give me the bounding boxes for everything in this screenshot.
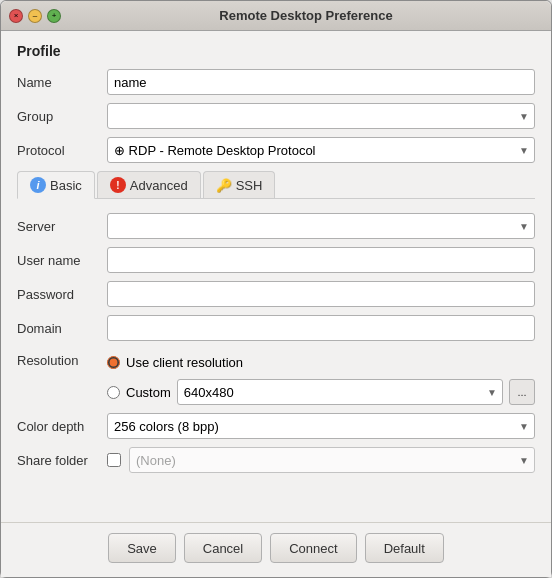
footer: Save Cancel Connect Default (1, 522, 551, 577)
color-depth-control: 256 colors (8 bpp) High color (15 bpp) H… (107, 413, 535, 439)
basic-tab-icon: i (30, 177, 46, 193)
share-folder-label: Share folder (17, 453, 107, 468)
share-folder-select[interactable]: (None) (129, 447, 535, 473)
tab-basic-label: Basic (50, 178, 82, 193)
resolution-custom-radio[interactable] (107, 386, 120, 399)
tab-ssh-label: SSH (236, 178, 263, 193)
tab-ssh[interactable]: 🔑 SSH (203, 171, 276, 198)
resolution-custom-select-wrapper: 640x480 800x600 1024x768 1280x720 1920x1… (177, 379, 503, 405)
group-control: ▼ (107, 103, 535, 129)
resolution-client-radio[interactable] (107, 356, 120, 369)
resolution-custom-row: Custom 640x480 800x600 1024x768 1280x720… (107, 379, 535, 405)
resolution-client-row: Use client resolution (107, 349, 535, 375)
password-control (107, 281, 535, 307)
domain-input[interactable] (107, 315, 535, 341)
username-control (107, 247, 535, 273)
color-depth-select-wrapper: 256 colors (8 bpp) High color (15 bpp) H… (107, 413, 535, 439)
resolution-custom-select[interactable]: 640x480 800x600 1024x768 1280x720 1920x1… (177, 379, 503, 405)
protocol-select[interactable]: ⊕ RDP - Remote Desktop Protocol VNC - Vi… (107, 137, 535, 163)
password-input[interactable] (107, 281, 535, 307)
color-depth-select[interactable]: 256 colors (8 bpp) High color (15 bpp) H… (107, 413, 535, 439)
server-control: ▼ (107, 213, 535, 239)
group-label: Group (17, 109, 107, 124)
server-select[interactable] (107, 213, 535, 239)
resolution-client-label: Use client resolution (126, 355, 243, 370)
server-label: Server (17, 219, 107, 234)
server-row: Server ▼ (17, 213, 535, 239)
group-select-wrapper: ▼ (107, 103, 535, 129)
default-button[interactable]: Default (365, 533, 444, 563)
username-label: User name (17, 253, 107, 268)
name-row: Name (17, 69, 535, 95)
share-folder-control: (None) ▼ (107, 447, 535, 473)
connect-button[interactable]: Connect (270, 533, 356, 563)
tabs-bar: i Basic ! Advanced 🔑 SSH (17, 171, 535, 199)
save-button[interactable]: Save (108, 533, 176, 563)
window-title: Remote Desktop Preference (69, 8, 543, 23)
maximize-button[interactable]: + (47, 9, 61, 23)
color-depth-row: Color depth 256 colors (8 bpp) High colo… (17, 413, 535, 439)
minimize-button[interactable]: – (28, 9, 42, 23)
titlebar-buttons: × – + (9, 9, 61, 23)
protocol-select-wrapper: ⊕ RDP - Remote Desktop Protocol VNC - Vi… (107, 137, 535, 163)
share-folder-checkbox[interactable] (107, 453, 121, 467)
resolution-label: Resolution (17, 349, 107, 368)
group-row: Group ▼ (17, 103, 535, 129)
name-input[interactable] (107, 69, 535, 95)
resolution-control: Use client resolution Custom 640x480 800… (107, 349, 535, 405)
username-input[interactable] (107, 247, 535, 273)
protocol-control: ⊕ RDP - Remote Desktop Protocol VNC - Vi… (107, 137, 535, 163)
name-label: Name (17, 75, 107, 90)
color-depth-label: Color depth (17, 419, 107, 434)
domain-row: Domain (17, 315, 535, 341)
server-select-wrapper: ▼ (107, 213, 535, 239)
protocol-label: Protocol (17, 143, 107, 158)
share-folder-inner: (None) ▼ (107, 447, 535, 473)
password-row: Password (17, 281, 535, 307)
protocol-row: Protocol ⊕ RDP - Remote Desktop Protocol… (17, 137, 535, 163)
share-folder-select-wrapper: (None) ▼ (129, 447, 535, 473)
tab-panel-basic: Server ▼ User name (17, 209, 535, 485)
titlebar: × – + Remote Desktop Preference (1, 1, 551, 31)
window: × – + Remote Desktop Preference Profile … (0, 0, 552, 578)
tab-basic[interactable]: i Basic (17, 171, 95, 199)
advanced-tab-icon: ! (110, 177, 126, 193)
resolution-custom-label: Custom (126, 385, 171, 400)
close-button[interactable]: × (9, 9, 23, 23)
password-label: Password (17, 287, 107, 302)
tab-advanced-label: Advanced (130, 178, 188, 193)
profile-section-header: Profile (17, 43, 535, 59)
tab-advanced[interactable]: ! Advanced (97, 171, 201, 198)
resolution-ellipsis-button[interactable]: ... (509, 379, 535, 405)
domain-label: Domain (17, 321, 107, 336)
name-control (107, 69, 535, 95)
cancel-button[interactable]: Cancel (184, 533, 262, 563)
domain-control (107, 315, 535, 341)
username-row: User name (17, 247, 535, 273)
main-content: Profile Name Group ▼ Protocol (1, 31, 551, 522)
group-select[interactable] (107, 103, 535, 129)
share-folder-row: Share folder (None) ▼ (17, 447, 535, 473)
resolution-row: Resolution Use client resolution Custom … (17, 349, 535, 405)
ssh-tab-icon: 🔑 (216, 177, 232, 193)
